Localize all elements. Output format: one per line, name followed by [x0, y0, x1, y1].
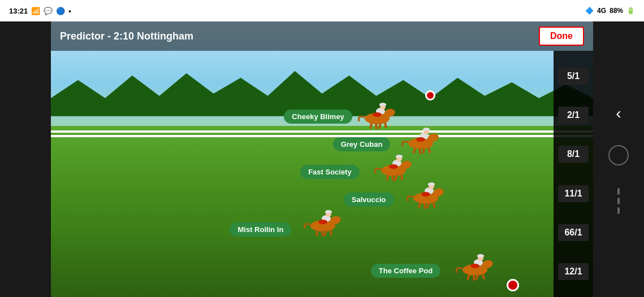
odds-item-3: 8/1 — [558, 146, 589, 163]
svg-rect-66 — [482, 274, 485, 280]
svg-rect-16 — [418, 148, 421, 154]
network-icon: 4G — [597, 7, 606, 15]
menu-line-2 — [617, 198, 620, 204]
horse-label-6[interactable]: The Coffee Pod — [371, 264, 440, 278]
race-title: Predictor - 2:10 Nottingham — [60, 30, 193, 42]
svg-rect-42 — [433, 202, 435, 208]
fence-rail-bottom — [51, 135, 593, 137]
svg-rect-3 — [369, 123, 373, 129]
bottom-finish-marker — [507, 279, 519, 291]
battery-display: 88% — [610, 7, 623, 15]
horse-name-4: Salvuccio — [352, 195, 386, 204]
fence — [51, 126, 593, 143]
horse-icon-4 — [403, 178, 448, 212]
svg-rect-51 — [315, 230, 318, 236]
horse-icon-1 — [355, 99, 400, 132]
svg-rect-54 — [330, 230, 332, 235]
fence-rail-top — [51, 130, 593, 133]
menu-lines-icon[interactable] — [617, 188, 620, 214]
svg-rect-64 — [473, 275, 476, 281]
race-scene: Predictor - 2:10 Nottingham Done Cheeky … — [51, 21, 593, 297]
app-container: Predictor - 2:10 Nottingham Done Cheeky … — [51, 21, 593, 297]
finish-pin — [425, 90, 435, 101]
odds-panel: 5/1 2/1 8/1 11/1 66/1 12/1 — [554, 51, 593, 297]
svg-rect-30 — [400, 174, 403, 180]
horse-name-3: Fast Society — [308, 168, 352, 176]
svg-rect-40 — [423, 203, 426, 209]
finish-marker — [425, 90, 435, 101]
svg-point-71 — [470, 264, 479, 268]
svg-rect-70 — [477, 255, 484, 257]
bluetooth-icon: 🔷 — [585, 7, 594, 15]
whatsapp-icon: 💬 — [44, 7, 53, 15]
horse-name-2: Grey Cuban — [341, 140, 383, 148]
odds-item-5: 66/1 — [558, 224, 589, 241]
back-chevron-icon[interactable]: ‹ — [616, 104, 621, 123]
header-bar: Predictor - 2:10 Nottingham Done — [51, 21, 593, 51]
svg-rect-39 — [418, 203, 421, 209]
odds-item-4: 11/1 — [558, 185, 589, 202]
horse-label-5[interactable]: Mist Rollin In — [230, 222, 291, 237]
nav-right: ‹ — [593, 21, 644, 297]
svg-rect-34 — [396, 156, 403, 158]
svg-point-23 — [416, 137, 425, 142]
status-left: 13:21 📶 💬 🔵 • — [9, 7, 71, 15]
horse-label-1[interactable]: Cheeky Blimey — [284, 110, 352, 124]
battery-icon: 🔋 — [626, 7, 635, 15]
status-right: 🔷 4G 88% 🔋 — [585, 7, 635, 15]
done-button[interactable]: Done — [539, 27, 584, 46]
svg-rect-46 — [428, 184, 435, 185]
svg-rect-18 — [427, 147, 431, 153]
svg-rect-63 — [466, 274, 470, 280]
odds-item-6: 12/1 — [558, 263, 589, 280]
svg-point-35 — [389, 164, 398, 169]
svg-rect-10 — [379, 104, 386, 106]
svg-point-59 — [318, 220, 327, 224]
svg-rect-28 — [391, 176, 395, 182]
svg-rect-22 — [423, 129, 430, 130]
svg-point-11 — [373, 112, 382, 117]
horse-icon-5 — [300, 206, 345, 239]
menu-line-3 — [617, 207, 620, 214]
status-bar: 13:21 📶 💬 🔵 • 🔷 4G 88% 🔋 — [0, 0, 644, 21]
dot-indicator: • — [68, 7, 71, 15]
horse-name-1: Cheeky Blimey — [292, 112, 344, 121]
odds-item-2: 2/1 — [558, 107, 589, 124]
bottom-pin — [507, 279, 519, 291]
home-circle-icon[interactable] — [608, 145, 629, 165]
horse-label-3[interactable]: Fast Society — [300, 165, 360, 179]
svg-rect-58 — [325, 211, 332, 213]
odds-item-1: 5/1 — [558, 68, 589, 85]
svg-rect-4 — [375, 123, 378, 129]
horse-name-5: Mist Rollin In — [237, 225, 283, 234]
horse-label-4[interactable]: Salvuccio — [344, 193, 394, 207]
menu-line-1 — [617, 188, 620, 195]
time-display: 13:21 — [9, 7, 28, 15]
horse-label-2[interactable]: Grey Cuban — [333, 137, 391, 151]
svg-rect-6 — [384, 122, 387, 128]
horse-icon-6 — [452, 250, 498, 283]
signal-icon: 📶 — [31, 7, 40, 15]
svg-rect-27 — [386, 175, 388, 181]
horse-name-6: The Coffee Pod — [379, 267, 433, 275]
facebook-icon: 🔵 — [56, 7, 65, 15]
svg-point-47 — [421, 192, 430, 196]
